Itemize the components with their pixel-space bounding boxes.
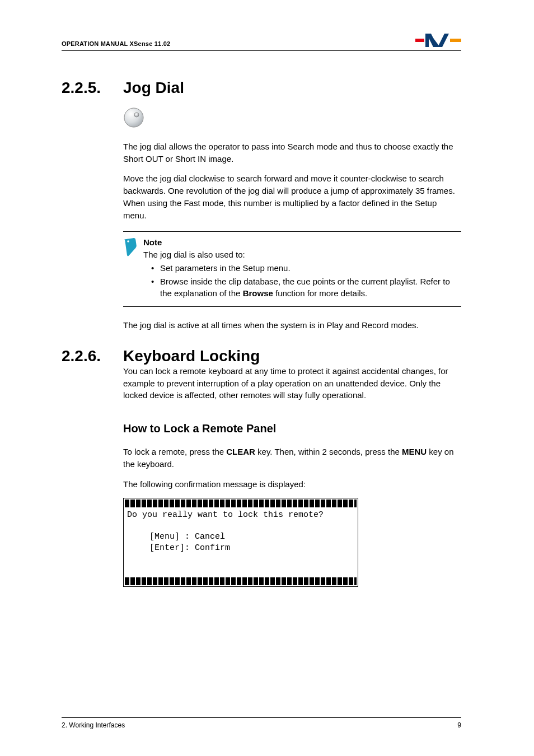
svg-point-11: [134, 113, 139, 117]
svg-rect-5: [415, 39, 423, 42]
section-number: 2.2.6.: [62, 347, 123, 365]
body-text: You can lock a remote keyboard at any ti…: [123, 365, 461, 402]
body-text: The following confirmation message is di…: [123, 478, 461, 491]
section-225-heading: 2.2.5. Jog Dial: [62, 79, 461, 97]
dialog-option-confirm: [Enter]: Confirm: [127, 543, 354, 554]
footer-left: 2. Working Interfaces: [62, 721, 125, 729]
section-225-content: The jog dial allows the operator to pass…: [123, 107, 461, 332]
key-name: CLEAR: [226, 447, 255, 456]
section-226-content: You can lock a remote keyboard at any ti…: [123, 365, 461, 587]
list-item: Browse inside the clip database, the cue…: [160, 276, 461, 300]
note-box: Note The jog dial is also used to: Set p…: [123, 231, 461, 307]
svg-rect-9: [450, 39, 461, 42]
section-title: Keyboard Locking: [123, 347, 260, 365]
note-text: Note The jog dial is also used to: Set p…: [143, 236, 461, 301]
page: OPERATION MANUAL XSense 11.02: [0, 0, 534, 756]
header-left-text: OPERATION MANUAL XSense 11.02: [62, 40, 170, 47]
footer-page-number: 9: [457, 721, 461, 729]
dialog-question: Do you really want to lock this remote?: [127, 510, 324, 520]
list-item: Set parameters in the Setup menu.: [160, 262, 461, 274]
section-title: Jog Dial: [123, 79, 184, 97]
section-226-heading: 2.2.6. Keyboard Locking: [62, 347, 461, 365]
confirmation-dialog: Do you really want to lock this remote? …: [123, 498, 358, 587]
note-list: Set parameters in the Setup menu. Browse…: [143, 262, 461, 300]
dialog-bar-bottom: [125, 577, 357, 585]
body-text: To lock a remote, press the CLEAR key. T…: [123, 446, 461, 470]
svg-point-10: [124, 108, 143, 127]
note-tag-icon: [123, 236, 143, 301]
bold-word: Browse: [243, 288, 273, 298]
page-footer: 2. Working Interfaces 9: [62, 717, 461, 729]
note-intro: The jog dial is also used to:: [143, 249, 461, 261]
body-text: Move the jog dial clockwise to search fo…: [123, 172, 461, 221]
page-header: OPERATION MANUAL XSense 11.02: [62, 34, 461, 51]
section-number: 2.2.5.: [62, 79, 123, 97]
dialog-body: Do you really want to lock this remote? …: [124, 508, 358, 576]
subheading: How to Lock a Remote Panel: [123, 421, 461, 437]
dialog-option-cancel: [Menu] : Cancel: [127, 531, 354, 543]
note-label: Note: [143, 236, 461, 249]
evs-logo: [415, 34, 461, 47]
body-text: The jog dial allows the operator to pass…: [123, 141, 461, 165]
text-fragment: key. Then, within 2 seconds, press the: [255, 447, 402, 456]
key-name: MENU: [402, 447, 427, 456]
jog-dial-icon: [123, 107, 461, 132]
dialog-bar-top: [125, 500, 357, 507]
text-fragment: To lock a remote, press the: [123, 447, 226, 456]
body-text: The jog dial is active at all times when…: [123, 319, 461, 332]
svg-point-12: [127, 240, 129, 242]
